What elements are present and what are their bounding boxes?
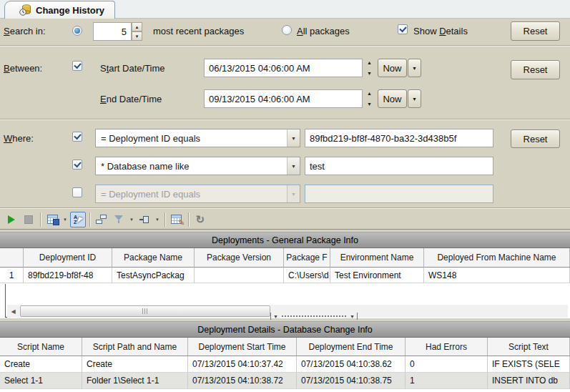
column-header[interactable]: Deployment Start Time <box>188 338 297 356</box>
scroll-left-icon[interactable]: ◀ <box>7 305 19 318</box>
sort-az-icon: AZ <box>74 215 82 225</box>
show-details-checkbox[interactable] <box>398 24 408 34</box>
column-header[interactable]: Deployed From Machine Name <box>424 248 570 268</box>
between-checkbox[interactable] <box>72 61 82 71</box>
where-label: Where: <box>4 133 34 144</box>
package-version-cell[interactable] <box>195 268 284 283</box>
change-history-window: Change History Search in: ▲ ▼ most recen… <box>0 0 570 392</box>
column-header[interactable]: Package Name <box>112 248 195 268</box>
script-text-cell[interactable]: IF EXISTS (SELE <box>488 356 570 373</box>
chevron-down-icon[interactable]: ▼ <box>287 129 300 147</box>
column-header[interactable]: Environment Name <box>330 248 424 268</box>
collapse-down-icon[interactable]: ▼ <box>273 314 278 319</box>
pin-button[interactable] <box>137 212 152 227</box>
start-time-cell[interactable]: 07/13/2015 04:10:37.42 <box>188 356 297 373</box>
package-count-spinner[interactable]: ▲ ▼ <box>132 22 142 41</box>
row-number-cell[interactable]: 1 <box>0 268 24 283</box>
toolbar-separator <box>89 212 90 227</box>
end-date-input[interactable] <box>204 89 363 108</box>
column-header[interactable]: Script Text <box>488 338 570 356</box>
spin-down-icon[interactable]: ▼ <box>132 31 142 41</box>
end-now-dropdown[interactable]: ▼ <box>408 89 421 108</box>
column-header[interactable]: Script Path and Name <box>82 338 188 356</box>
where-row1-condition-combo[interactable]: = Deployment ID equals ▼ <box>95 129 300 147</box>
deployment-id-cell[interactable]: 89fbd219-bf8f-48 <box>24 268 112 283</box>
where-row2-checkbox[interactable] <box>72 160 82 170</box>
had-errors-cell[interactable]: 1 <box>406 373 488 389</box>
start-date-input[interactable] <box>204 59 363 77</box>
condition-text: = Deployment ID equals <box>96 189 287 200</box>
start-now-button[interactable]: Now <box>378 59 407 77</box>
start-time-cell[interactable]: 07/13/2015 04:10:38.72 <box>188 373 297 389</box>
end-now-button[interactable]: Now <box>378 89 407 108</box>
script-path-cell[interactable]: Create <box>82 356 188 373</box>
script-name-cell[interactable]: Create <box>0 356 82 373</box>
filter-button[interactable] <box>111 212 127 227</box>
where-row1-value-input[interactable] <box>305 129 493 147</box>
refresh-button[interactable]: ↻ <box>192 212 208 227</box>
column-header[interactable]: Package Version <box>195 248 284 268</box>
stop-button[interactable] <box>21 212 36 227</box>
ungroup-button[interactable] <box>94 212 109 227</box>
where-row1-checkbox[interactable] <box>72 132 82 142</box>
package-count-input[interactable] <box>93 22 132 41</box>
sort-button[interactable]: AZ <box>70 212 86 227</box>
recent-packages-radio[interactable] <box>72 26 82 36</box>
had-errors-cell[interactable]: 0 <box>406 356 488 373</box>
toolbar-separator <box>40 212 41 227</box>
pin-dropdown-caret-icon[interactable]: ▼ <box>155 217 159 222</box>
condition-text: = Deployment ID equals <box>96 133 287 144</box>
spin-up-icon[interactable]: ▲ <box>132 22 142 31</box>
start-date-spinner[interactable]: ▲ ▼ <box>364 60 375 76</box>
end-time-cell[interactable]: 07/13/2015 04:10:38.62 <box>297 356 406 373</box>
start-now-dropdown[interactable]: ▼ <box>408 59 421 77</box>
details-grid-title: Deployment Details - Database Change Inf… <box>0 321 570 338</box>
tab-change-history[interactable]: Change History <box>4 1 115 19</box>
export-grid-button[interactable] <box>44 212 60 227</box>
where-row2-condition-combo[interactable]: * Database name like ▼ <box>95 157 300 175</box>
package-file-cell[interactable]: C:\Users\d <box>284 268 330 283</box>
script-name-cell[interactable]: Select 1-1 <box>0 373 82 389</box>
details-header-row: Script Name Script Path and Name Deploym… <box>0 338 570 356</box>
spin-up-icon[interactable]: ▲ <box>367 60 372 65</box>
between-reset-button[interactable]: Reset <box>511 60 560 79</box>
where-row2-value-input[interactable] <box>305 157 493 175</box>
where-reset-button[interactable]: Reset <box>511 129 560 148</box>
edit-grid-button[interactable] <box>169 212 185 227</box>
database-history-icon <box>19 4 31 16</box>
end-date-label: End Date/Time <box>100 94 162 104</box>
column-header[interactable]: Deployment ID <box>24 248 112 268</box>
scrollbar-thumb[interactable] <box>20 305 270 317</box>
package-name-cell[interactable]: TestAsyncPackag <box>112 268 195 283</box>
column-header[interactable]: Had Errors <box>406 338 488 356</box>
environment-cell[interactable]: Test Environment <box>330 268 424 283</box>
export-dropdown-caret-icon[interactable]: ▼ <box>63 217 67 222</box>
column-header[interactable] <box>0 248 24 268</box>
machine-cell[interactable]: WS148 <box>424 268 570 283</box>
all-packages-radio[interactable] <box>282 25 292 35</box>
splitter-handle[interactable]: ▼ ▼ <box>270 313 358 320</box>
end-date-spinner[interactable]: ▲ ▼ <box>364 91 375 107</box>
where-row3-checkbox[interactable] <box>72 187 82 197</box>
column-header[interactable]: Deployment End Time <box>297 338 406 356</box>
filter-dropdown-caret-icon[interactable]: ▼ <box>129 217 134 222</box>
all-packages-label: All packages <box>297 26 350 36</box>
column-header[interactable]: Package F <box>284 248 330 268</box>
search-reset-button[interactable]: Reset <box>511 21 560 41</box>
script-text-cell[interactable]: INSERT INTO db <box>488 373 570 389</box>
splitter-grip[interactable] <box>281 315 347 318</box>
table-row[interactable]: Create Create 07/13/2015 04:10:37.42 07/… <box>0 356 570 373</box>
chevron-down-icon[interactable]: ▼ <box>287 157 300 175</box>
collapse-down-icon[interactable]: ▼ <box>350 314 355 319</box>
spin-up-icon[interactable]: ▲ <box>367 91 372 96</box>
run-button[interactable] <box>4 212 19 227</box>
column-header[interactable]: Script Name <box>0 338 82 356</box>
spin-down-icon[interactable]: ▼ <box>367 102 372 107</box>
end-time-cell[interactable]: 07/13/2015 04:10:38.75 <box>297 373 406 389</box>
table-row[interactable]: 1 89fbd219-bf8f-48 TestAsyncPackag C:\Us… <box>0 268 570 283</box>
table-row[interactable]: Select 1-1 Folder 1\Select 1-1 07/13/201… <box>0 373 570 389</box>
script-path-cell[interactable]: Folder 1\Select 1-1 <box>82 373 188 389</box>
edit-grid-icon <box>171 215 182 224</box>
spin-down-icon[interactable]: ▼ <box>367 71 372 76</box>
between-label: Between: <box>4 63 42 74</box>
